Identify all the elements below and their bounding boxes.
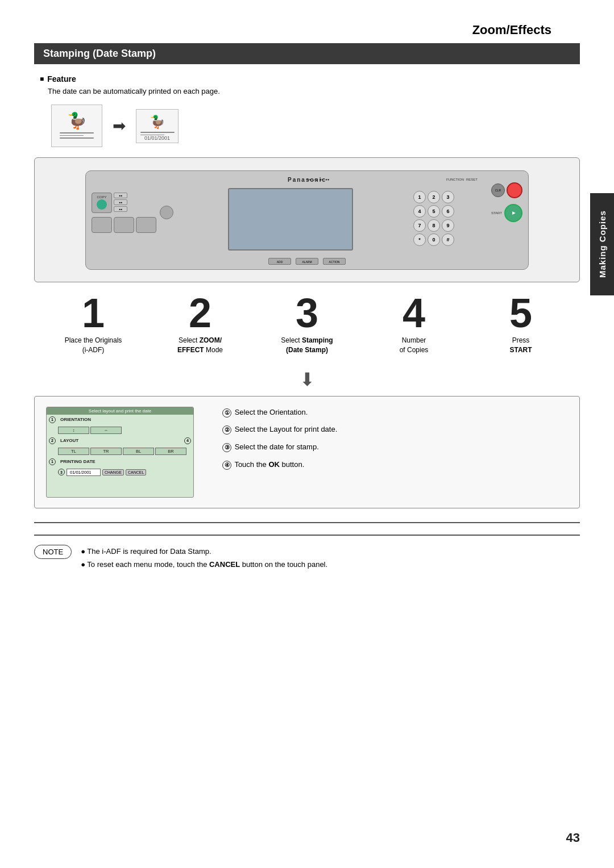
date-input[interactable]: 01/01/2001	[67, 469, 101, 476]
instruction-1: ① Select the Orientation.	[222, 407, 568, 419]
feature-label: Feature	[40, 74, 580, 84]
printing-date-label: PRINTING DATE	[58, 458, 98, 465]
right-arrow-icon: ➡	[113, 116, 126, 135]
step-1: 1 Place the Originals (i-ADF)	[40, 293, 147, 355]
after-doc-image: 🦆 01/01/2001	[136, 109, 179, 143]
copy-button[interactable]: COPY	[92, 193, 112, 213]
printing-date-input-row: 3 01/01/2001 CHANGE CANCEL	[47, 467, 193, 478]
instruction-4: ④ Touch the OK button.	[222, 459, 568, 471]
key-6[interactable]: 6	[442, 205, 454, 218]
orientation-options: ↕ ↔	[47, 425, 193, 436]
ps-orientation-row: 1 ORIENTATION	[47, 415, 193, 425]
page-number: 43	[566, 831, 580, 845]
layout-option-4[interactable]: BR	[155, 448, 186, 455]
bottom-button-row: ADD ALARM ACTION	[268, 258, 346, 265]
machine-screen	[228, 188, 353, 251]
stop-button[interactable]	[507, 182, 522, 198]
panel-diagram: Select layout and print the date 1 ORIEN…	[34, 396, 580, 508]
copier-diagram: Panasonic COPY ●● ●●	[34, 157, 580, 282]
page-container: Making Copies Zoom/Effects Stamping (Dat…	[0, 0, 614, 868]
panel-right: ① Select the Orientation. ② Select the L…	[222, 407, 568, 477]
steps-row: 1 Place the Originals (i-ADF) 2 Select Z…	[34, 293, 580, 355]
note-label: NOTE	[34, 545, 72, 559]
layout-option-1[interactable]: TL	[58, 448, 89, 455]
down-arrow-icon: ⬇	[34, 369, 580, 390]
key-0[interactable]: 0	[428, 233, 440, 246]
before-doc-image: 🦆	[51, 105, 102, 147]
left-panel-controls: COPY ●● ●● ●●	[92, 182, 222, 233]
circle-1b: 1	[49, 458, 56, 465]
step-1-desc: Place the Originals (i-ADF)	[65, 336, 122, 355]
key-7[interactable]: 7	[413, 219, 426, 232]
step-3-number: 3	[296, 293, 318, 333]
feature-block: Feature The date can be automatically pr…	[34, 74, 580, 95]
function-area-2	[114, 217, 134, 233]
key-8[interactable]: 8	[428, 219, 440, 232]
cancel-button[interactable]: CANCEL	[126, 469, 146, 475]
step-4-desc: Number of Copies	[400, 336, 429, 355]
sidebar-tab-label: Making Copies	[598, 211, 607, 278]
step-4-number: 4	[403, 293, 425, 333]
separator-line	[34, 522, 580, 523]
machine-panel: Panasonic COPY ●● ●●	[85, 170, 529, 270]
key-3[interactable]: 3	[442, 191, 454, 203]
section-header: Stamping (Date Stamp)	[34, 43, 580, 64]
step-4: 4 Number of Copies	[360, 293, 467, 355]
step-2-desc: Select ZOOM/EFFECT Mode	[177, 336, 223, 355]
layout-option-3[interactable]: BL	[123, 448, 154, 455]
ps-layout-row: 2 LAYOUT 4	[47, 436, 193, 446]
clear-button[interactable]: CLR	[491, 183, 505, 197]
step-5: 5 Press START	[467, 293, 574, 355]
panel-left: Select layout and print the date 1 ORIEN…	[46, 407, 205, 498]
function-area	[92, 217, 112, 233]
step-3: 3 Select Stamping(Date Stamp)	[254, 293, 360, 355]
step-2: 2 Select ZOOM/EFFECT Mode	[147, 293, 254, 355]
orientation-label: ORIENTATION	[58, 416, 93, 423]
circle-2: 2	[49, 437, 56, 444]
settings-btn-3[interactable]: ●●	[114, 206, 127, 212]
step-3-desc: Select Stamping(Date Stamp)	[281, 336, 333, 355]
layout-option-2[interactable]: TR	[90, 448, 122, 455]
key-1[interactable]: 1	[413, 191, 426, 203]
key-2[interactable]: 2	[428, 191, 440, 203]
sidebar-tab: Making Copies	[590, 193, 614, 295]
section-title: Zoom/Effects	[34, 23, 580, 37]
orient-option-1[interactable]: ↕	[58, 427, 89, 434]
panel-screen: Select layout and print the date 1 ORIEN…	[46, 407, 194, 498]
bottom-btn-alarm[interactable]: ALARM	[296, 258, 318, 265]
feature-description: The date can be automatically printed on…	[40, 87, 580, 95]
duck-icon: 🦆	[60, 111, 94, 130]
key-hash[interactable]: #	[442, 233, 454, 246]
ps-printing-date-row: 1 PRINTING DATE	[47, 457, 193, 467]
top-button-row: ●●✓●■●●● FUNCTION RESET	[307, 178, 478, 182]
instruction-2: ② Select the Layout for print date.	[222, 424, 568, 436]
orient-option-2[interactable]: ↔	[90, 427, 122, 434]
layout-options: TL TR BL BR	[47, 446, 193, 457]
step-5-desc: Press START	[509, 336, 532, 355]
illustration-area: 🦆 ➡ 🦆 01/01/2001	[34, 105, 580, 147]
note-content: ● The i-ADF is required for Data Stamp. …	[81, 545, 327, 571]
note-item-2: ● To reset each menu mode, touch the CAN…	[81, 558, 327, 571]
note-section: NOTE ● The i-ADF is required for Data St…	[34, 535, 580, 571]
layout-label: LAYOUT	[58, 437, 81, 444]
right-side-controls: CLR START ▶	[460, 182, 522, 222]
duck-stamped-icon: 🦆	[140, 115, 175, 130]
bottom-btn-add[interactable]: ADD	[268, 258, 291, 265]
settings-btn-1[interactable]: ●●	[114, 193, 127, 198]
step-1-number: 1	[82, 293, 105, 333]
note-item-1: ● The i-ADF is required for Data Stamp.	[81, 545, 327, 558]
ps-title: Select layout and print the date	[47, 407, 193, 415]
bottom-btn-action[interactable]: ACTION	[323, 258, 346, 265]
key-star[interactable]: *	[413, 233, 426, 246]
change-button[interactable]: CHANGE	[102, 469, 124, 475]
key-4[interactable]: 4	[413, 205, 426, 218]
circle-4: 4	[184, 437, 191, 444]
instruction-3: ③ Select the date for stamp.	[222, 441, 568, 453]
circle-3: 3	[58, 469, 65, 475]
step-2-number: 2	[189, 293, 211, 333]
key-9[interactable]: 9	[442, 219, 454, 232]
small-circle-btn[interactable]	[160, 206, 173, 219]
settings-btn-2[interactable]: ●●	[114, 199, 127, 205]
start-button[interactable]: ▶	[504, 204, 522, 222]
key-5[interactable]: 5	[428, 205, 440, 218]
